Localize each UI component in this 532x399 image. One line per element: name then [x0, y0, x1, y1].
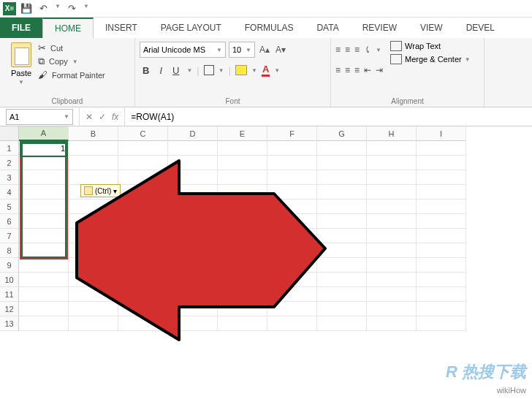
cell[interactable] — [118, 229, 168, 243]
cell[interactable] — [317, 170, 367, 185]
tab-page-layout[interactable]: PAGE LAYOUT — [149, 18, 233, 38]
row-header[interactable]: 8 — [0, 243, 19, 258]
cell[interactable] — [317, 243, 367, 258]
align-bottom-button[interactable]: ≡ — [354, 45, 360, 55]
decrease-indent-button[interactable]: ⇤ — [364, 65, 371, 75]
tab-view[interactable]: VIEW — [408, 18, 455, 38]
tab-developer[interactable]: DEVEL — [455, 18, 506, 38]
cell[interactable] — [367, 156, 417, 170]
row-header[interactable]: 6 — [0, 214, 19, 229]
formula-input[interactable]: =ROW(A1) — [125, 112, 532, 122]
cell[interactable] — [317, 185, 367, 200]
copy-button[interactable]: ⧉Copy▼ — [38, 56, 105, 67]
row-header[interactable]: 3 — [0, 170, 19, 185]
cell[interactable] — [417, 170, 466, 185]
cell[interactable] — [317, 200, 367, 214]
cell[interactable] — [118, 141, 168, 156]
cell[interactable] — [417, 302, 466, 316]
font-name-combo[interactable]: Arial Unicode MS▼ — [140, 42, 226, 58]
cell[interactable] — [19, 200, 69, 214]
cell[interactable] — [118, 302, 168, 316]
cell[interactable] — [267, 214, 317, 229]
cell[interactable] — [69, 156, 118, 170]
cell[interactable] — [168, 185, 218, 200]
cell[interactable] — [118, 258, 168, 273]
redo-more-icon[interactable]: ▼ — [83, 3, 89, 14]
cell[interactable] — [267, 156, 317, 170]
row-header[interactable]: 10 — [0, 273, 19, 287]
cell[interactable] — [19, 170, 69, 185]
row-header[interactable]: 7 — [0, 229, 19, 243]
select-all-corner[interactable] — [0, 126, 19, 141]
cell[interactable] — [367, 185, 417, 200]
cut-button[interactable]: ✂Cut — [38, 42, 105, 53]
cell[interactable] — [19, 214, 69, 229]
cell[interactable] — [317, 229, 367, 243]
name-box[interactable]: A1▼ — [6, 109, 73, 125]
tab-data[interactable]: DATA — [305, 18, 350, 38]
cell[interactable] — [19, 273, 69, 287]
cell[interactable] — [367, 258, 417, 273]
cell[interactable] — [69, 273, 118, 287]
cell[interactable] — [417, 200, 466, 214]
cell[interactable] — [69, 302, 118, 316]
column-header[interactable]: I — [417, 126, 466, 141]
align-middle-button[interactable]: ≡ — [345, 45, 350, 55]
cell[interactable] — [417, 141, 466, 156]
cell[interactable] — [417, 316, 466, 331]
cell[interactable] — [218, 214, 267, 229]
cell[interactable] — [417, 258, 466, 273]
row-header[interactable]: 13 — [0, 316, 19, 331]
cell[interactable] — [118, 185, 168, 200]
underline-button[interactable]: U — [170, 65, 182, 76]
fill-color-button[interactable] — [235, 65, 247, 75]
cell[interactable] — [168, 287, 218, 302]
cell[interactable] — [69, 243, 118, 258]
tab-insert[interactable]: INSERT — [94, 18, 149, 38]
cell[interactable] — [417, 287, 466, 302]
tab-file[interactable]: FILE — [0, 18, 42, 38]
cell[interactable] — [367, 302, 417, 316]
cell[interactable] — [69, 287, 118, 302]
cell[interactable] — [317, 302, 367, 316]
cell[interactable] — [317, 214, 367, 229]
cell[interactable] — [267, 316, 317, 331]
column-header[interactable]: A — [19, 126, 69, 141]
wrap-text-button[interactable]: Wrap Text — [390, 41, 471, 51]
cell[interactable] — [118, 273, 168, 287]
row-header[interactable]: 9 — [0, 258, 19, 273]
align-left-button[interactable]: ≡ — [335, 65, 341, 75]
font-color-button[interactable]: A — [262, 64, 270, 77]
cell[interactable] — [267, 170, 317, 185]
cell[interactable] — [168, 214, 218, 229]
column-header[interactable]: E — [218, 126, 267, 141]
cell[interactable] — [168, 200, 218, 214]
cell[interactable] — [19, 258, 69, 273]
cell[interactable] — [267, 243, 317, 258]
cell[interactable] — [19, 185, 69, 200]
grow-font-button[interactable]: A▴ — [258, 45, 271, 55]
cell[interactable] — [417, 214, 466, 229]
align-center-button[interactable]: ≡ — [345, 65, 350, 75]
cell[interactable] — [168, 273, 218, 287]
column-header[interactable]: G — [317, 126, 367, 141]
accept-formula-icon[interactable]: ✓ — [99, 112, 106, 122]
cell[interactable] — [218, 170, 267, 185]
cell[interactable] — [367, 214, 417, 229]
cell[interactable] — [69, 141, 118, 156]
cell[interactable] — [367, 170, 417, 185]
cell[interactable] — [317, 141, 367, 156]
cell[interactable] — [19, 287, 69, 302]
cell[interactable] — [218, 273, 267, 287]
cell[interactable] — [218, 287, 267, 302]
tab-review[interactable]: REVIEW — [351, 18, 408, 38]
cell[interactable] — [317, 258, 367, 273]
cell[interactable] — [69, 214, 118, 229]
cell[interactable] — [267, 258, 317, 273]
cell[interactable] — [69, 229, 118, 243]
cell[interactable] — [218, 316, 267, 331]
cell[interactable] — [367, 141, 417, 156]
row-header[interactable]: 5 — [0, 200, 19, 214]
cell[interactable] — [168, 170, 218, 185]
cell[interactable] — [218, 243, 267, 258]
